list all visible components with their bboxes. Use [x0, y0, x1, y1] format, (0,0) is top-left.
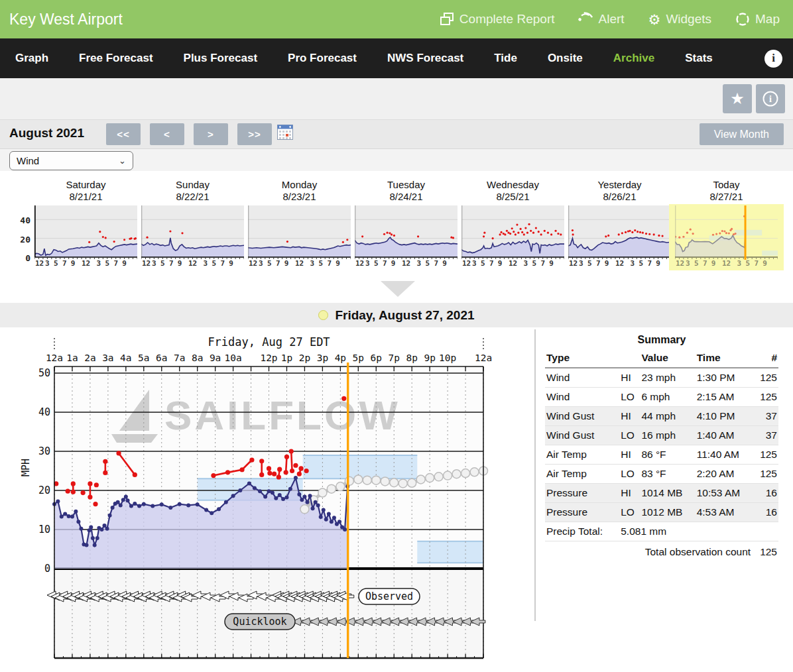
svg-text:7: 7	[540, 259, 545, 268]
nav-item-onsite[interactable]: Onsite	[532, 38, 598, 78]
prev-month-button[interactable]: <<	[106, 123, 141, 145]
summary-cell-hilo: LO	[619, 465, 640, 484]
svg-text:4a: 4a	[120, 353, 131, 363]
view-month-button[interactable]: View Month	[700, 123, 784, 145]
summary-cell-type: Wind Gust	[545, 426, 619, 445]
summary-cell-value: 86 °F	[640, 445, 695, 465]
summary-cell-type: Wind	[545, 368, 619, 388]
alert-icon	[578, 12, 593, 27]
summary-cell-time: 2:15 AM	[696, 388, 754, 407]
summary-cell-count: 125	[753, 465, 778, 484]
col-hilo	[619, 350, 640, 368]
main-area: SAILFLOWFriday, Aug 27 EDT12a1a2a3a4a5a6…	[0, 327, 793, 672]
day-thumbnail-chart-wrap: 123579123579	[568, 204, 671, 270]
header-action-complete-report[interactable]: Complete Report	[440, 12, 555, 27]
day-date: 8/24/21	[355, 191, 457, 203]
prev-day-button[interactable]: <	[150, 123, 184, 145]
day-thumbnail-header[interactable]: Today8/27/21	[675, 179, 778, 203]
svg-text:9: 9	[656, 259, 660, 268]
svg-text:12: 12	[569, 259, 578, 268]
next-month-button[interactable]: >>	[237, 123, 272, 145]
svg-text:12a: 12a	[46, 353, 63, 363]
day-thumbnail-header[interactable]: Yesterday8/26/21	[568, 179, 671, 203]
header-actions: Complete ReportAlert⚙WidgetsMap	[440, 12, 793, 27]
chevron-down-icon: ⌄	[119, 156, 126, 166]
month-bar: August 2021 << < > >> View Month	[0, 120, 793, 149]
data-type-select[interactable]: Wind ⌄	[9, 151, 133, 170]
data-type-selected: Wind	[17, 155, 39, 166]
summary-cell-count: 37	[753, 426, 778, 445]
svg-text:7: 7	[596, 259, 601, 268]
header-action-alert[interactable]: Alert	[578, 12, 624, 27]
svg-text:5: 5	[532, 259, 536, 268]
nav-item-plus-forecast[interactable]: Plus Forecast	[168, 38, 273, 78]
day-thumbnail-header[interactable]: Monday8/23/21	[248, 179, 351, 203]
summary-cell-time: 10:53 AM	[696, 484, 754, 503]
day-name: Today	[675, 179, 778, 191]
svg-text:7: 7	[169, 259, 174, 268]
header-action-widgets[interactable]: ⚙Widgets	[648, 12, 711, 27]
summary-row: Wind GustLO16 mph1:40 AM37	[545, 426, 778, 445]
day-thumbnail-header[interactable]: Tuesday8/24/21	[355, 179, 457, 203]
header-action-map[interactable]: Map	[735, 12, 780, 27]
day-thumbnail-8/22/21[interactable]: Sunday8/22/21123579123579	[141, 179, 244, 270]
summary-row: WindHI23 mph1:30 PM125	[545, 368, 778, 388]
day-thumbnail-8/26/21[interactable]: Yesterday8/26/21123579123579	[568, 179, 671, 270]
svg-text:12: 12	[676, 259, 684, 268]
svg-text:12: 12	[355, 259, 364, 268]
svg-text:3: 3	[97, 259, 101, 268]
svg-text:7: 7	[276, 259, 280, 268]
summary-table: Type Value Time # WindHI23 mph1:30 PM125…	[545, 350, 778, 541]
summary-cell-time: 1:40 AM	[696, 426, 754, 445]
day-thumbnail-8/25/21[interactable]: Wednesday8/25/21123579123579	[461, 179, 564, 270]
svg-text:12: 12	[402, 259, 410, 268]
day-thumbnail-8/24/21[interactable]: Tuesday8/24/21123579123579	[355, 179, 457, 270]
info-circle-icon: i	[762, 90, 779, 107]
svg-text:0: 0	[44, 563, 50, 575]
day-thumbnail-header[interactable]: Sunday8/22/21	[141, 179, 244, 203]
col-type: Type	[545, 350, 619, 368]
widgets-icon: ⚙	[648, 13, 661, 27]
nav-info-button[interactable]: i	[764, 50, 782, 68]
summary-row: Air TempHI86 °F11:40 AM125	[545, 445, 778, 465]
summary-cell-value: 44 mph	[640, 407, 695, 426]
svg-text:5: 5	[745, 259, 750, 268]
svg-text:9a: 9a	[210, 353, 221, 363]
svg-text:50: 50	[38, 367, 50, 379]
favorite-star-button[interactable]: ★	[723, 84, 752, 113]
summary-cell-value: 1014 MB	[640, 484, 695, 503]
summary-cell-count: 125	[753, 445, 778, 465]
day-thumbnail-8/21/21[interactable]: Saturday8/21/21123579123579	[34, 179, 137, 270]
day-thumbnail-8/23/21[interactable]: Monday8/23/21123579123579	[248, 179, 351, 270]
svg-text:9: 9	[336, 259, 340, 268]
day-thumbnail-8/27/21[interactable]: Today8/27/21123579123579	[675, 179, 778, 270]
summary-cell-type: Wind Gust	[545, 407, 619, 426]
toolbar-info-button[interactable]: i	[756, 84, 785, 113]
nav-item-pro-forecast[interactable]: Pro Forecast	[273, 38, 372, 78]
svg-text:9: 9	[762, 259, 767, 268]
day-name: Yesterday	[568, 179, 671, 191]
col-value: Value	[640, 350, 695, 368]
svg-text:8a: 8a	[192, 353, 203, 363]
svg-text:7: 7	[383, 259, 387, 268]
nav-item-stats[interactable]: Stats	[670, 38, 728, 78]
svg-text:7: 7	[647, 259, 652, 268]
nav-item-graph[interactable]: Graph	[0, 38, 64, 78]
day-thumbnail-header[interactable]: Wednesday8/25/21	[461, 179, 564, 203]
calendar-icon[interactable]	[277, 124, 294, 143]
thumbnail-ytick-0: 0	[25, 253, 30, 263]
summary-cell-value: 16 mph	[640, 426, 695, 445]
svg-text:12: 12	[509, 259, 517, 268]
nav-item-nws-forecast[interactable]: NWS Forecast	[372, 38, 479, 78]
svg-text:9: 9	[391, 259, 396, 268]
nav-item-free-forecast[interactable]: Free Forecast	[64, 38, 168, 78]
svg-text:9: 9	[549, 259, 554, 268]
day-thumbnail-header[interactable]: Saturday8/21/21	[34, 179, 137, 203]
next-day-button[interactable]: >	[194, 123, 228, 145]
svg-text:3: 3	[417, 259, 422, 268]
nav-item-archive[interactable]: Archive	[598, 38, 670, 78]
nav-item-tide[interactable]: Tide	[479, 38, 532, 78]
svg-text:7: 7	[754, 259, 759, 268]
wind-detail-chart[interactable]: SAILFLOWFriday, Aug 27 EDT12a1a2a3a4a5a6…	[13, 333, 504, 671]
summary-cell-hilo: LO	[619, 426, 640, 445]
